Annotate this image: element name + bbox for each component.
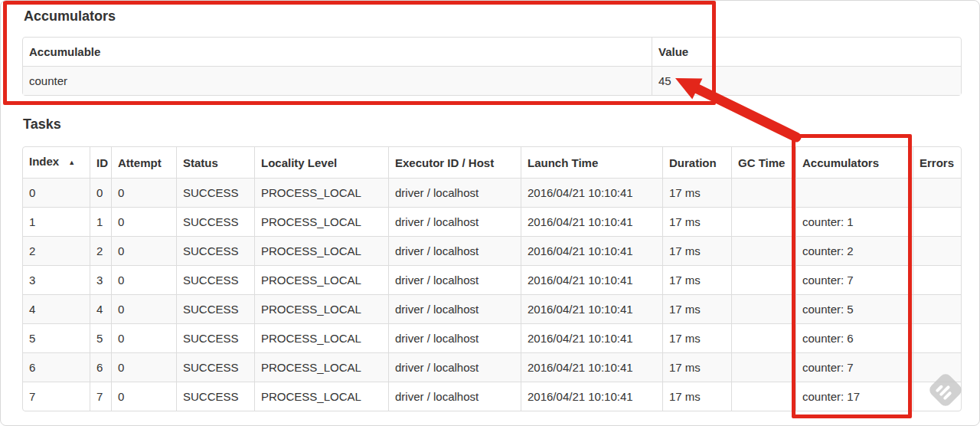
table-cell: 17 ms xyxy=(662,236,731,265)
table-cell xyxy=(731,207,795,236)
header-accumulators[interactable]: Accumulators xyxy=(795,147,913,178)
table-cell: driver / localhost xyxy=(388,178,521,207)
header-status[interactable]: Status xyxy=(176,147,254,178)
table-cell: PROCESS_LOCAL xyxy=(254,178,388,207)
header-launch-time[interactable]: Launch Time xyxy=(521,147,662,178)
table-cell: driver / localhost xyxy=(388,207,521,236)
header-locality-level[interactable]: Locality Level xyxy=(254,147,388,178)
table-cell xyxy=(731,382,795,411)
accumulators-table-body: counter45 xyxy=(23,66,961,95)
table-cell: PROCESS_LOCAL xyxy=(254,323,388,352)
table-cell: 45 xyxy=(652,66,961,95)
table-cell: 0 xyxy=(111,323,176,352)
table-cell: PROCESS_LOCAL xyxy=(254,265,388,294)
table-header-row: Accumulable Value xyxy=(23,38,961,66)
table-cell xyxy=(795,178,913,207)
table-cell: driver / localhost xyxy=(388,323,521,352)
table-cell: counter xyxy=(23,66,652,95)
table-cell xyxy=(731,265,795,294)
header-value[interactable]: Value xyxy=(652,38,961,66)
table-cell: 1 xyxy=(90,207,111,236)
accumulators-table-header: Accumulable Value xyxy=(23,38,961,66)
table-cell: 1 xyxy=(23,207,90,236)
table-cell xyxy=(913,294,961,323)
table-row: 110SUCCESSPROCESS_LOCALdriver / localhos… xyxy=(23,207,961,236)
table-cell: 0 xyxy=(111,236,176,265)
table-cell: PROCESS_LOCAL xyxy=(254,382,388,411)
table-cell: 7 xyxy=(23,382,90,411)
table-cell: SUCCESS xyxy=(176,207,254,236)
table-cell: SUCCESS xyxy=(176,382,254,411)
table-cell: counter: 7 xyxy=(795,352,913,382)
accumulators-table: Accumulable Value counter45 xyxy=(22,37,962,96)
table-cell: PROCESS_LOCAL xyxy=(254,236,388,265)
table-cell: 2 xyxy=(90,236,111,265)
table-cell: driver / localhost xyxy=(388,382,521,411)
table-cell: counter: 2 xyxy=(795,236,913,265)
table-cell: 2016/04/21 10:10:41 xyxy=(521,265,662,294)
table-cell: 2 xyxy=(23,236,90,265)
table-cell: 4 xyxy=(90,294,111,323)
table-cell: 6 xyxy=(90,352,111,382)
table-row: 660SUCCESSPROCESS_LOCALdriver / localhos… xyxy=(23,352,961,382)
table-cell xyxy=(731,323,795,352)
table-header-row: Index▲ ID Attempt Status Locality Level … xyxy=(23,147,961,178)
table-cell: driver / localhost xyxy=(388,236,521,265)
table-cell: 17 ms xyxy=(662,294,731,323)
table-cell: driver / localhost xyxy=(388,265,521,294)
table-cell: 17 ms xyxy=(662,352,731,382)
table-cell: 2016/04/21 10:10:41 xyxy=(521,294,662,323)
table-cell: SUCCESS xyxy=(176,178,254,207)
table-cell: 5 xyxy=(90,323,111,352)
table-cell: 2016/04/21 10:10:41 xyxy=(521,352,662,382)
table-cell: 2016/04/21 10:10:41 xyxy=(521,323,662,352)
table-cell: PROCESS_LOCAL xyxy=(254,352,388,382)
table-cell xyxy=(913,382,961,411)
table-cell: 4 xyxy=(23,294,90,323)
table-row: counter45 xyxy=(23,66,961,95)
table-cell xyxy=(913,207,961,236)
table-cell xyxy=(731,294,795,323)
table-row: 770SUCCESSPROCESS_LOCALdriver / localhos… xyxy=(23,382,961,411)
table-cell: counter: 6 xyxy=(795,323,913,352)
table-cell: 2016/04/21 10:10:41 xyxy=(521,178,662,207)
table-cell xyxy=(731,352,795,382)
header-accumulable[interactable]: Accumulable xyxy=(23,38,652,66)
table-cell: 2016/04/21 10:10:41 xyxy=(521,236,662,265)
table-cell xyxy=(913,352,961,382)
table-cell: counter: 5 xyxy=(795,294,913,323)
table-cell: PROCESS_LOCAL xyxy=(254,207,388,236)
table-cell: SUCCESS xyxy=(176,294,254,323)
table-row: 550SUCCESSPROCESS_LOCALdriver / localhos… xyxy=(23,323,961,352)
table-cell: 0 xyxy=(90,178,111,207)
header-index-label: Index xyxy=(29,155,59,168)
header-index[interactable]: Index▲ xyxy=(23,147,90,178)
tasks-table-body: 000SUCCESSPROCESS_LOCALdriver / localhos… xyxy=(23,178,961,411)
table-cell xyxy=(913,178,961,207)
table-cell: 0 xyxy=(111,294,176,323)
annotation-arrow-shaft xyxy=(697,89,796,137)
table-cell: counter: 1 xyxy=(795,207,913,236)
table-cell: 0 xyxy=(111,178,176,207)
header-gc-time[interactable]: GC Time xyxy=(731,147,795,178)
tasks-section-title: Tasks xyxy=(23,116,61,133)
table-row: 330SUCCESSPROCESS_LOCALdriver / localhos… xyxy=(23,265,961,294)
table-row: 440SUCCESSPROCESS_LOCALdriver / localhos… xyxy=(23,294,961,323)
table-cell xyxy=(731,236,795,265)
header-errors[interactable]: Errors xyxy=(913,147,961,178)
table-cell: 3 xyxy=(23,265,90,294)
header-id[interactable]: ID xyxy=(90,147,111,178)
header-duration[interactable]: Duration xyxy=(662,147,731,178)
table-row: 220SUCCESSPROCESS_LOCALdriver / localhos… xyxy=(23,236,961,265)
table-cell: 3 xyxy=(90,265,111,294)
table-cell: 17 ms xyxy=(662,382,731,411)
table-cell: driver / localhost xyxy=(388,352,521,382)
table-cell: counter: 7 xyxy=(795,265,913,294)
table-cell: SUCCESS xyxy=(176,352,254,382)
table-cell: 17 ms xyxy=(662,178,731,207)
header-attempt[interactable]: Attempt xyxy=(111,147,176,178)
header-executor-id-host[interactable]: Executor ID / Host xyxy=(388,147,521,178)
table-cell: 0 xyxy=(111,265,176,294)
accumulators-section-title: Accumulators xyxy=(24,8,116,25)
table-cell: 0 xyxy=(23,178,90,207)
